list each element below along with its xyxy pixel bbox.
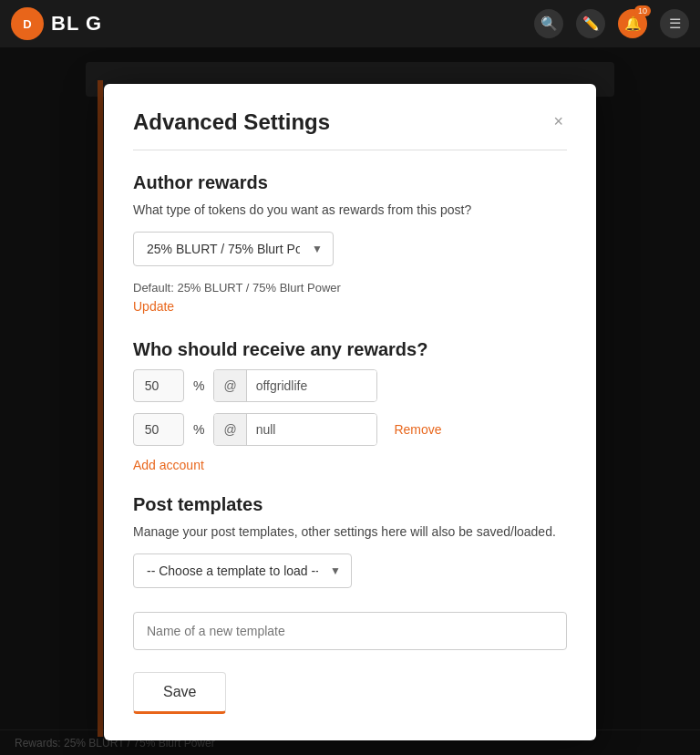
at-prefix-2: @ xyxy=(214,414,246,445)
advanced-settings-modal: Advanced Settings × Author rewards What … xyxy=(104,84,596,740)
template-dropdown[interactable]: -- Choose a template to load -- xyxy=(133,553,352,588)
edit-icon[interactable]: ✏️ xyxy=(576,9,605,38)
reward-row-1: % @ xyxy=(133,369,567,402)
post-templates-description: Manage your post templates, other settin… xyxy=(133,524,567,539)
update-link[interactable]: Update xyxy=(133,299,174,314)
account-input-2[interactable] xyxy=(247,414,377,445)
topbar-left: D BL G xyxy=(11,7,102,40)
post-templates-title: Post templates xyxy=(133,494,567,515)
percent-input-1[interactable] xyxy=(133,369,184,402)
close-button[interactable]: × xyxy=(550,109,567,133)
at-prefix-1: @ xyxy=(214,370,246,401)
notification-badge: 10 xyxy=(634,5,651,16)
add-account-link[interactable]: Add account xyxy=(133,458,204,472)
author-rewards-section: Author rewards What type of tokens do yo… xyxy=(133,172,567,339)
modal-divider xyxy=(133,150,567,150)
blog-title: BL G xyxy=(51,12,102,36)
rewards-dropdown[interactable]: 25% BLURT / 75% Blurt Power 100% Blurt P… xyxy=(133,232,334,266)
modal-overlay: Advanced Settings × Author rewards What … xyxy=(0,47,700,755)
template-name-input[interactable] xyxy=(133,612,567,650)
rewards-dropdown-wrapper: 25% BLURT / 75% Blurt Power 100% Blurt P… xyxy=(133,232,334,266)
menu-icon[interactable]: ☰ xyxy=(660,9,689,38)
rewards-recipients-section: Who should receive any rewards? % @ % @ … xyxy=(133,339,567,494)
percent-symbol-2: % xyxy=(193,422,204,437)
account-input-wrapper-2: @ xyxy=(213,413,377,446)
author-rewards-title: Author rewards xyxy=(133,172,567,193)
percent-input-2[interactable] xyxy=(133,413,184,446)
post-templates-section: Post templates Manage your post template… xyxy=(133,494,567,650)
search-icon[interactable]: 🔍 xyxy=(534,9,563,38)
account-input-1[interactable] xyxy=(247,370,377,401)
remove-account-link[interactable]: Remove xyxy=(394,422,441,437)
account-input-wrapper-1: @ xyxy=(213,369,377,402)
topbar: D BL G 🔍 ✏️ 🔔 10 ☰ xyxy=(0,0,700,47)
default-rewards-text: Default: 25% BLURT / 75% Blurt Power xyxy=(133,281,567,295)
percent-symbol-1: % xyxy=(193,378,204,393)
author-rewards-description: What type of tokens do you want as rewar… xyxy=(133,202,567,217)
modal-title: Advanced Settings xyxy=(133,109,330,135)
logo-icon[interactable]: D xyxy=(11,7,44,40)
reward-row-2: % @ Remove xyxy=(133,413,567,446)
notification-icon[interactable]: 🔔 10 xyxy=(618,9,647,38)
modal-header: Advanced Settings × xyxy=(133,109,567,135)
topbar-right: 🔍 ✏️ 🔔 10 ☰ xyxy=(534,9,689,38)
save-button[interactable]: Save xyxy=(133,672,226,714)
rewards-recipients-title: Who should receive any rewards? xyxy=(133,339,567,360)
template-dropdown-wrapper: -- Choose a template to load -- ▼ xyxy=(133,553,352,588)
